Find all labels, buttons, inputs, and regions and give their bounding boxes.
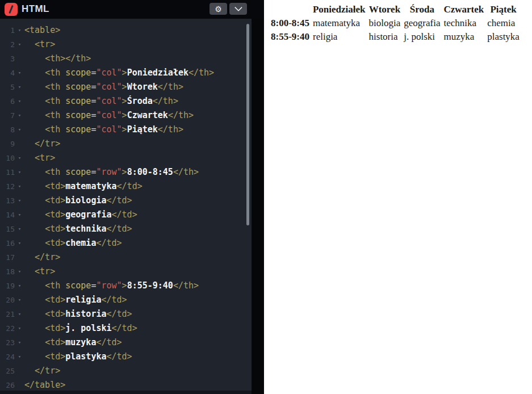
fold-arrow-icon[interactable]: ▾ xyxy=(15,336,24,350)
fold-arrow-icon[interactable]: ▾ xyxy=(15,208,24,222)
code-text[interactable]: <td>biologia</td> xyxy=(24,194,132,208)
code-text[interactable]: <table> xyxy=(24,23,60,37)
code-line[interactable]: 14▾ <td>geografia</td> xyxy=(0,208,252,222)
fold-arrow-icon[interactable]: ▾ xyxy=(15,179,24,194)
code-token-text: Wtorek xyxy=(127,82,158,92)
code-text[interactable]: <th scope="col">Piątek</th> xyxy=(24,123,183,137)
pane-splitter[interactable] xyxy=(252,0,264,394)
code-line[interactable]: 19▾ <th scope="row">8:55-9:40</th> xyxy=(0,279,252,293)
code-token-tag: </tr> xyxy=(35,252,60,262)
code-line[interactable]: 5▾ <th scope="col">Wtorek</th> xyxy=(0,80,252,94)
code-token-plain xyxy=(24,53,45,64)
code-line[interactable]: 15▾ <td>technika</td> xyxy=(0,222,252,236)
code-token-tag: <td> xyxy=(45,209,65,220)
fold-arrow-icon[interactable]: ▾ xyxy=(15,123,24,137)
code-line[interactable]: 17 </tr> xyxy=(0,250,252,265)
code-text[interactable]: <td>geografia</td> xyxy=(24,208,137,222)
code-text[interactable]: <tr> xyxy=(24,151,55,165)
code-line[interactable]: 6▾ <th scope="col">Środa</th> xyxy=(0,94,252,108)
code-line[interactable]: 24▾ <td>plastyka</td> xyxy=(0,350,252,364)
code-line[interactable]: 3 <th></th> xyxy=(0,52,252,66)
fold-arrow-icon[interactable]: ▾ xyxy=(15,350,24,364)
code-line[interactable]: 7▾ <th scope="col">Czwartek</th> xyxy=(0,108,252,123)
fold-arrow-icon[interactable]: ▾ xyxy=(15,293,24,307)
code-text[interactable]: <th scope="col">Czwartek</th> xyxy=(24,108,194,123)
code-token-str: "col" xyxy=(96,82,122,92)
line-number: 6 xyxy=(0,94,15,108)
code-text[interactable]: <td>muzyka</td> xyxy=(24,336,122,350)
fold-arrow-icon[interactable]: ▾ xyxy=(15,80,24,94)
fold-arrow-icon[interactable]: ▾ xyxy=(15,321,24,336)
fold-arrow-icon[interactable]: ▾ xyxy=(15,265,24,279)
editor-scrollbar-thumb[interactable] xyxy=(246,24,249,225)
code-token-tag: </td> xyxy=(107,224,132,234)
code-text[interactable]: <td>historia</td> xyxy=(24,307,132,321)
fold-arrow-icon[interactable]: ▾ xyxy=(15,307,24,321)
code-line[interactable]: 9 </tr> xyxy=(0,137,252,151)
code-text[interactable]: <td>religia</td> xyxy=(24,293,127,307)
settings-button[interactable]: ⚙ xyxy=(210,3,227,15)
code-text[interactable]: <td>plastyka</td> xyxy=(24,350,132,364)
code-token-tag: <td> xyxy=(45,295,65,305)
code-token-plain xyxy=(24,295,45,305)
code-token-attr: scope xyxy=(65,110,91,120)
code-line[interactable]: 12▾ <td>matematyka</td> xyxy=(0,179,252,194)
code-line[interactable]: 8▾ <th scope="col">Piątek</th> xyxy=(0,123,252,137)
line-number: 7 xyxy=(0,108,15,123)
code-editor[interactable]: 1▾<table>2▾ <tr>3 <th></th>4▾ <th scope=… xyxy=(0,19,252,394)
editor-header: HTML ⚙ xyxy=(0,0,264,19)
code-text[interactable]: <th></th> xyxy=(24,52,91,66)
code-token-plain xyxy=(24,366,35,376)
fold-arrow-icon[interactable]: ▾ xyxy=(15,222,24,236)
code-text[interactable]: <td>chemia</td> xyxy=(24,236,122,250)
code-token-str: "row" xyxy=(96,280,122,291)
code-text[interactable]: <tr> xyxy=(24,265,55,279)
code-text[interactable]: <th scope="row">8:00-8:45</th> xyxy=(24,165,199,179)
code-line[interactable]: 21▾ <td>historia</td> xyxy=(0,307,252,321)
fold-arrow-icon[interactable]: ▾ xyxy=(15,165,24,179)
code-line[interactable]: 16▾ <td>chemia</td> xyxy=(0,236,252,250)
code-text[interactable]: </tr> xyxy=(24,250,60,265)
code-line[interactable]: 18▾ <tr> xyxy=(0,265,252,279)
collapse-editor-button[interactable] xyxy=(229,3,247,15)
code-line[interactable]: 23▾ <td>muzyka</td> xyxy=(0,336,252,350)
code-line[interactable]: 20▾ <td>religia</td> xyxy=(0,293,252,307)
code-line[interactable]: 13▾ <td>biologia</td> xyxy=(0,194,252,208)
editor-horizontal-scrollbar-track[interactable] xyxy=(0,391,252,394)
code-line[interactable]: 25 </tr> xyxy=(0,364,252,378)
fold-arrow-icon[interactable]: ▾ xyxy=(15,37,24,52)
code-line[interactable]: 22▾ <td>j. polski</td> xyxy=(0,321,252,336)
fold-arrow-icon[interactable]: ▾ xyxy=(15,94,24,108)
code-token-attr: scope xyxy=(65,167,91,177)
fold-arrow-icon[interactable]: ▾ xyxy=(15,279,24,293)
fold-arrow-icon[interactable]: ▾ xyxy=(15,108,24,123)
code-line[interactable]: 11▾ <th scope="row">8:00-8:45</th> xyxy=(0,165,252,179)
code-line[interactable]: 1▾<table> xyxy=(0,23,252,37)
code-line[interactable]: 10▾ <tr> xyxy=(0,151,252,165)
chevron-down-icon xyxy=(234,3,242,11)
code-token-tag: <th xyxy=(45,68,60,78)
code-text[interactable]: <th scope="col">Wtorek</th> xyxy=(24,80,183,94)
fold-arrow-icon[interactable]: ▾ xyxy=(15,66,24,80)
code-token-tag: <td> xyxy=(45,309,65,319)
fold-arrow-icon[interactable]: ▾ xyxy=(15,194,24,208)
fold-arrow-icon[interactable]: ▾ xyxy=(15,23,24,37)
code-token-tag: <table> xyxy=(24,25,60,35)
code-line[interactable]: 2▾ <tr> xyxy=(0,37,252,52)
code-text[interactable]: <th scope="col">Środa</th> xyxy=(24,94,178,108)
code-text[interactable]: <th scope="row">8:55-9:40</th> xyxy=(24,279,199,293)
code-token-tag: <th xyxy=(45,280,60,291)
code-text[interactable]: <td>j. polski</td> xyxy=(24,321,137,336)
code-line[interactable]: 4▾ <th scope="col">Poniedziałek</th> xyxy=(0,66,252,80)
code-text[interactable]: <tr> xyxy=(24,37,55,52)
code-text[interactable]: </tr> xyxy=(24,364,60,378)
line-number: 13 xyxy=(0,194,15,208)
code-text[interactable]: <td>technika</td> xyxy=(24,222,132,236)
code-text[interactable]: <td>matematyka</td> xyxy=(24,179,143,194)
code-token-tag: </th> xyxy=(173,167,199,177)
code-text[interactable]: <th scope="col">Poniedziałek</th> xyxy=(24,66,214,80)
table-header-cell: Środa xyxy=(403,3,441,16)
code-text[interactable]: </tr> xyxy=(24,137,60,151)
fold-arrow-icon[interactable]: ▾ xyxy=(15,151,24,165)
fold-arrow-icon[interactable]: ▾ xyxy=(15,236,24,250)
